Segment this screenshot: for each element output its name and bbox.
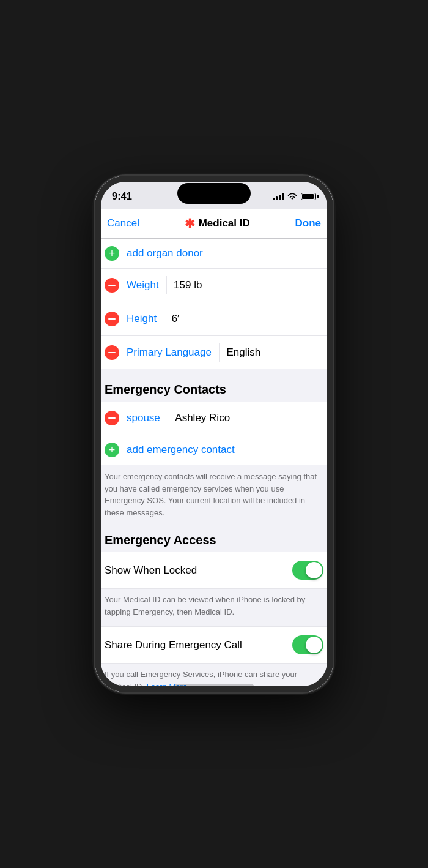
share-during-call-toggle[interactable] xyxy=(292,635,323,654)
weight-row[interactable]: Weight 159 lb xyxy=(95,269,333,302)
share-during-call-hint-text: If you call Emergency Services, iPhone c… xyxy=(105,670,297,691)
battery-icon xyxy=(301,193,316,200)
spouse-value: Ashley Rico xyxy=(175,412,323,424)
show-when-locked-label: Show When Locked xyxy=(105,564,197,577)
done-button[interactable]: Done xyxy=(295,217,321,230)
add-emergency-contact-label: add emergency contact xyxy=(127,444,235,456)
phone-frame: 9:41 xyxy=(95,176,333,692)
content-scroll[interactable]: Cancel ✱ Medical ID Done + add organ don… xyxy=(95,209,333,692)
spouse-row[interactable]: spouse Ashley Rico xyxy=(95,402,333,435)
weight-value[interactable]: 159 lb xyxy=(174,279,323,291)
spouse-label: spouse xyxy=(127,412,160,424)
weight-delete-icon[interactable] xyxy=(105,278,119,293)
emergency-contacts-info: Your emergency contacts will receive a m… xyxy=(95,465,333,528)
organ-donor-section: + add organ donor Weight 159 lb Height 6… xyxy=(95,239,333,369)
add-icon: + xyxy=(105,246,119,261)
height-label: Height xyxy=(127,313,157,325)
add-contact-icon: + xyxy=(105,443,119,457)
nav-bar: Cancel ✱ Medical ID Done xyxy=(95,209,333,239)
emergency-contacts-title: Emergency Contacts xyxy=(105,383,226,396)
spouse-delete-icon[interactable] xyxy=(105,411,119,425)
weight-label: Weight xyxy=(127,279,159,291)
status-time: 9:41 xyxy=(112,191,132,202)
row-divider-2 xyxy=(164,310,164,328)
height-row[interactable]: Height 6′ xyxy=(95,302,333,336)
add-emergency-contact-row[interactable]: + add emergency contact xyxy=(95,435,333,465)
add-organ-donor-label: add organ donor xyxy=(127,247,203,260)
signal-bars-icon xyxy=(273,193,284,200)
emergency-contacts-header: Emergency Contacts xyxy=(95,369,333,402)
emergency-contacts-info-text: Your emergency contacts will receive a m… xyxy=(105,472,317,517)
status-icons xyxy=(273,193,316,200)
home-indicator xyxy=(174,684,254,687)
row-divider-3 xyxy=(219,343,220,362)
share-during-call-label: Share During Emergency Call xyxy=(105,639,242,651)
row-divider xyxy=(166,276,167,294)
row-divider-4 xyxy=(168,409,168,427)
nav-title: ✱ Medical ID xyxy=(185,216,250,231)
language-row[interactable]: Primary Language English xyxy=(95,336,333,369)
share-during-call-hint: If you call Emergency Services, iPhone c… xyxy=(95,664,333,692)
height-value[interactable]: 6′ xyxy=(172,313,323,325)
show-when-locked-toggle[interactable] xyxy=(292,561,323,580)
emergency-access-header: Emergency Access xyxy=(95,528,333,552)
language-value[interactable]: English xyxy=(226,346,323,359)
show-when-locked-hint-text: Your Medical ID can be viewed when iPhon… xyxy=(105,595,305,616)
emergency-access-title: Emergency Access xyxy=(105,533,216,547)
cancel-button[interactable]: Cancel xyxy=(107,217,139,230)
language-delete-icon[interactable] xyxy=(105,345,119,360)
nav-title-text: Medical ID xyxy=(199,217,250,230)
show-when-locked-hint: Your Medical ID can be viewed when iPhon… xyxy=(95,589,333,626)
language-label: Primary Language xyxy=(127,346,212,359)
screen: 9:41 xyxy=(95,176,333,692)
share-during-call-row[interactable]: Share During Emergency Call xyxy=(95,626,333,664)
add-organ-donor-row[interactable]: + add organ donor xyxy=(95,239,333,269)
dynamic-island xyxy=(177,183,251,204)
wifi-icon xyxy=(287,193,297,200)
show-when-locked-row[interactable]: Show When Locked xyxy=(95,552,333,589)
medical-star-icon: ✱ xyxy=(185,216,195,231)
height-delete-icon[interactable] xyxy=(105,312,119,326)
emergency-contacts-section: spouse Ashley Rico + add emergency conta… xyxy=(95,402,333,465)
